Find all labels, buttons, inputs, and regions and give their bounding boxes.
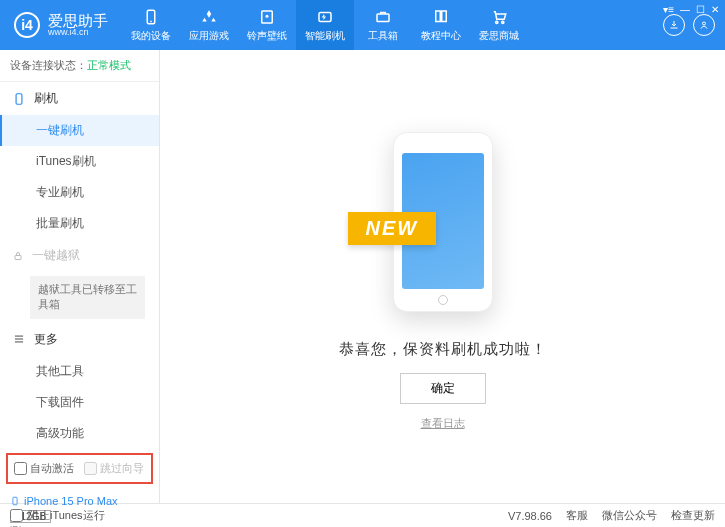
minimize-icon[interactable]: — [680, 4, 690, 15]
logo-icon: i4 [14, 12, 40, 38]
view-log-link[interactable]: 查看日志 [421, 416, 465, 431]
svg-point-6 [496, 21, 498, 23]
app-title: 爱思助手 [48, 13, 108, 28]
title-bar: ▾≡ — ☐ ✕ i4 爱思助手 www.i4.cn 我的设备 应用游戏 铃声壁… [0, 0, 725, 50]
nav-flash[interactable]: 智能刷机 [296, 0, 354, 50]
sidebar-item-itunes-flash[interactable]: iTunes刷机 [0, 146, 159, 177]
nav-apps[interactable]: 应用游戏 [180, 0, 238, 50]
status-value: 正常模式 [87, 59, 131, 71]
nav-tutorials[interactable]: 教程中心 [412, 0, 470, 50]
sidebar-header-flash[interactable]: 刷机 [0, 82, 159, 115]
jailbreak-note: 越狱工具已转移至工具箱 [30, 276, 145, 319]
svg-rect-14 [13, 497, 17, 505]
skip-guide-checkbox [84, 462, 97, 475]
menu-icon[interactable]: ▾≡ [663, 4, 674, 15]
top-nav: 我的设备 应用游戏 铃声壁纸 智能刷机 工具箱 教程中心 爱思商城 [122, 0, 663, 50]
user-button[interactable] [693, 14, 715, 36]
auto-activate-option[interactable]: 自动激活 [14, 461, 74, 476]
auto-activate-checkbox[interactable] [14, 462, 27, 475]
sidebar-item-batch-flash[interactable]: 批量刷机 [0, 208, 159, 239]
skip-guide-option[interactable]: 跳过向导 [84, 461, 144, 476]
sidebar-item-onekey-flash[interactable]: 一键刷机 [0, 115, 159, 146]
lock-icon [12, 250, 24, 262]
cart-icon [490, 8, 508, 26]
phone-icon [12, 92, 26, 106]
nav-store[interactable]: 爱思商城 [470, 0, 528, 50]
sidebar-item-advanced[interactable]: 高级功能 [0, 418, 159, 449]
version-label: V7.98.66 [508, 510, 552, 522]
app-url: www.i4.cn [48, 28, 108, 37]
svg-rect-5 [377, 14, 389, 22]
phone-small-icon [10, 494, 20, 508]
block-itunes-checkbox[interactable] [10, 509, 23, 522]
download-button[interactable] [663, 14, 685, 36]
sidebar-item-download-fw[interactable]: 下载固件 [0, 387, 159, 418]
wallpaper-icon [258, 8, 276, 26]
svg-point-3 [266, 14, 269, 17]
nav-toolbox[interactable]: 工具箱 [354, 0, 412, 50]
device-name-label: iPhone 15 Pro Max [24, 495, 118, 507]
result-message: 恭喜您，保资料刷机成功啦！ [339, 340, 547, 359]
sidebar-header-jailbreak: 一键越狱 [0, 239, 159, 272]
apps-icon [200, 8, 218, 26]
sidebar-item-other-tools[interactable]: 其他工具 [0, 356, 159, 387]
nav-my-device[interactable]: 我的设备 [122, 0, 180, 50]
close-icon[interactable]: ✕ [711, 4, 719, 15]
device-icon [142, 8, 160, 26]
footer-update[interactable]: 检查更新 [671, 508, 715, 523]
app-logo: i4 爱思助手 www.i4.cn [0, 12, 122, 38]
device-status: 设备连接状态：正常模式 [0, 50, 159, 82]
sidebar: 设备连接状态：正常模式 刷机 一键刷机 iTunes刷机 专业刷机 批量刷机 一… [0, 50, 160, 503]
toolbox-icon [374, 8, 392, 26]
sidebar-header-more[interactable]: 更多 [0, 323, 159, 356]
footer-wechat[interactable]: 微信公众号 [602, 508, 657, 523]
title-right-buttons [663, 14, 725, 36]
nav-ringtones[interactable]: 铃声壁纸 [238, 0, 296, 50]
svg-rect-9 [16, 93, 22, 104]
download-icon [668, 19, 680, 31]
main-content: NEW 恭喜您，保资料刷机成功啦！ 确定 查看日志 [160, 50, 725, 503]
ok-button[interactable]: 确定 [400, 373, 486, 404]
block-itunes-label: 阻止iTunes运行 [28, 508, 105, 523]
book-icon [432, 8, 450, 26]
flash-options-row: 自动激活 跳过向导 [6, 453, 153, 484]
footer-support[interactable]: 客服 [566, 508, 588, 523]
svg-point-7 [502, 21, 504, 23]
maximize-icon[interactable]: ☐ [696, 4, 705, 15]
flash-icon [316, 8, 334, 26]
menu-lines-icon [12, 332, 26, 346]
user-icon [698, 19, 710, 31]
svg-point-8 [703, 22, 706, 25]
sidebar-item-pro-flash[interactable]: 专业刷机 [0, 177, 159, 208]
svg-rect-10 [15, 255, 21, 259]
new-ribbon: NEW [348, 212, 437, 245]
window-controls: ▾≡ — ☐ ✕ [663, 4, 719, 15]
success-illustration: NEW [368, 122, 518, 322]
